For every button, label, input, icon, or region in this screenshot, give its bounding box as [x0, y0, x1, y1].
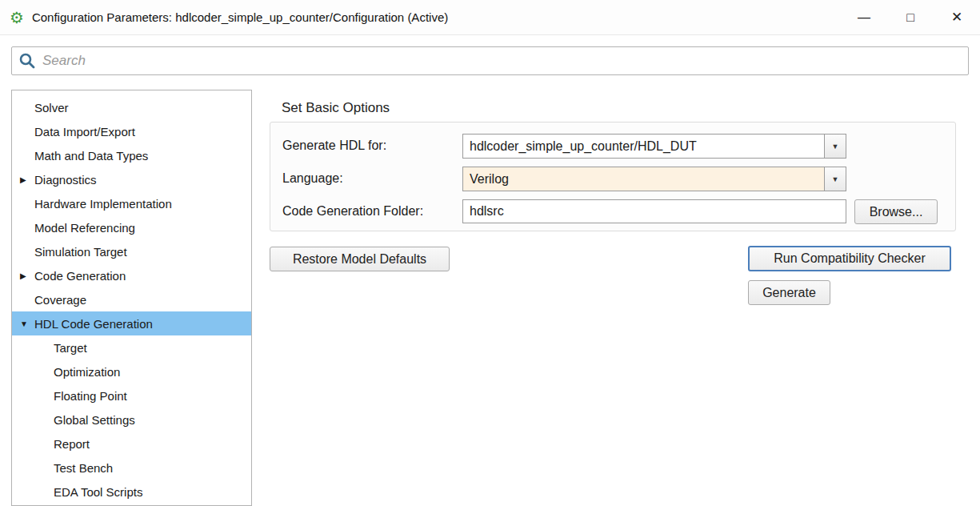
sidebar-item-coverage[interactable]: Coverage [12, 287, 251, 311]
language-dropdown[interactable]: Verilog ▼ [462, 167, 846, 191]
sidebar-item-model-referencing[interactable]: Model Referencing [12, 215, 251, 239]
sidebar-item-diagnostics[interactable]: ▶ Diagnostics [12, 167, 251, 191]
window-title: Configuration Parameters: hdlcoder_simpl… [32, 10, 448, 24]
sidebar-item-label: Data Import/Export [34, 125, 135, 139]
search-box [11, 46, 969, 75]
sidebar-item-hdl-code-generation[interactable]: ▼ HDL Code Generation [12, 311, 251, 335]
sidebar-item-label: Model Referencing [34, 221, 135, 235]
sidebar-item-label: Simulation Target [34, 245, 127, 259]
generate-hdl-for-dropdown[interactable]: hdlcoder_simple_up_counter/HDL_DUT ▼ [462, 134, 846, 159]
language-value: Verilog [463, 172, 824, 187]
sidebar-item-math-and-data-types[interactable]: Math and Data Types [12, 143, 251, 167]
sidebar-item-report[interactable]: Report [12, 432, 251, 456]
sidebar-item-label: Report [54, 437, 90, 451]
generate-button[interactable]: Generate [748, 280, 830, 305]
sidebar-item-eda-tool-scripts[interactable]: EDA Tool Scripts [12, 480, 251, 504]
sidebar-item-label: Floating Point [54, 389, 127, 403]
sidebar-item-floating-point[interactable]: Floating Point [12, 384, 251, 408]
sidebar-item-target[interactable]: Target [12, 335, 251, 359]
app-gear-icon: ⚙ [10, 10, 24, 26]
basic-options-group: Generate HDL for: hdlcoder_simple_up_cou… [270, 122, 956, 231]
run-compatibility-checker-button[interactable]: Run Compatibility Checker [748, 246, 951, 271]
maximize-icon[interactable]: □ [887, 0, 934, 35]
sidebar-item-solver[interactable]: Solver [12, 95, 251, 119]
sidebar-item-label: Global Settings [54, 413, 135, 427]
sidebar-item-label: HDL Code Generation [34, 317, 153, 331]
sidebar-item-label: Solver [34, 101, 69, 114]
config-tree-sidebar: Solver Data Import/Export Math and Data … [11, 90, 252, 506]
window-controls: — □ ✕ [841, 0, 980, 35]
sidebar-item-label: Math and Data Types [34, 149, 148, 163]
browse-button[interactable]: Browse... [854, 199, 938, 224]
sidebar-item-label: Test Bench [54, 461, 113, 475]
dropdown-arrow-icon[interactable]: ▼ [824, 135, 846, 158]
close-icon[interactable]: ✕ [934, 0, 980, 35]
expanded-arrow-icon[interactable]: ▼ [20, 319, 34, 328]
sidebar-item-label: Target [54, 341, 87, 355]
collapsed-arrow-icon[interactable]: ▶ [20, 271, 34, 280]
code-generation-folder-input[interactable] [462, 199, 846, 223]
sidebar-item-optimization[interactable]: Optimization [12, 359, 251, 384]
sidebar-item-label: Code Generation [34, 269, 126, 283]
sidebar-item-simulation-target[interactable]: Simulation Target [12, 239, 251, 263]
sidebar-item-test-bench[interactable]: Test Bench [12, 456, 251, 480]
language-label: Language: [282, 167, 343, 191]
sidebar-item-label: EDA Tool Scripts [54, 485, 142, 499]
titlebar: ⚙ Configuration Parameters: hdlcoder_sim… [0, 0, 980, 35]
restore-model-defaults-button[interactable]: Restore Model Defaults [270, 247, 450, 271]
sidebar-item-label: Hardware Implementation [34, 197, 172, 211]
sidebar-item-hardware-implementation[interactable]: Hardware Implementation [12, 191, 251, 215]
sidebar-item-label: Optimization [54, 365, 120, 379]
generate-hdl-for-label: Generate HDL for: [282, 134, 386, 158]
search-icon [18, 52, 36, 70]
sidebar-item-code-generation[interactable]: ▶ Code Generation [12, 263, 251, 287]
code-generation-folder-label: Code Generation Folder: [282, 199, 423, 223]
sidebar-item-global-settings[interactable]: Global Settings [12, 408, 251, 432]
sidebar-item-label: Diagnostics [34, 173, 97, 187]
minimize-icon[interactable]: — [841, 0, 887, 35]
sidebar-item-data-import-export[interactable]: Data Import/Export [12, 119, 251, 143]
generate-hdl-for-value: hdlcoder_simple_up_counter/HDL_DUT [463, 139, 824, 154]
collapsed-arrow-icon[interactable]: ▶ [20, 175, 34, 184]
section-title: Set Basic Options [282, 100, 390, 116]
sidebar-item-label: Coverage [34, 293, 86, 307]
dropdown-arrow-icon[interactable]: ▼ [824, 167, 846, 191]
search-input[interactable] [42, 49, 968, 73]
